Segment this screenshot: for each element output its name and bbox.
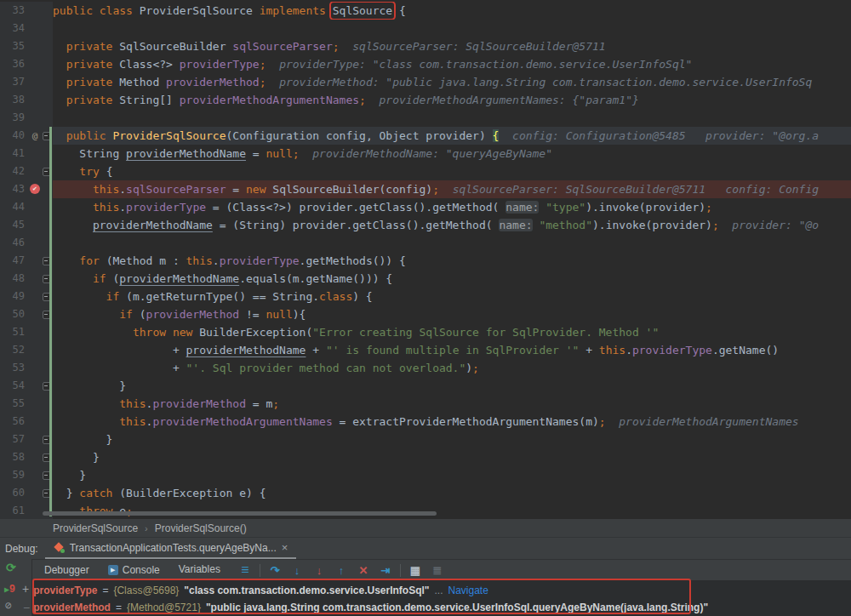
variable-row[interactable]: ▶∞providerMethod={Method@5721}"public ja…: [0, 599, 851, 616]
drop-frame-icon[interactable]: ✕: [356, 564, 371, 577]
code-text: providerMethodName = (String) provider.g…: [53, 216, 851, 234]
line-number[interactable]: 41: [0, 145, 29, 163]
line-number[interactable]: 45: [0, 216, 29, 234]
ide-window: 33public class ProviderSqlSource impleme…: [0, 0, 851, 616]
variable-type-ref: {Class@5698}: [113, 585, 179, 596]
line-number[interactable]: 50: [0, 305, 29, 323]
debug-session-tab[interactable]: TransactionApplicationTests.queryAgeByNa…: [45, 538, 297, 559]
breakpoint-icon[interactable]: ✔: [30, 184, 40, 194]
fold-marker: [41, 2, 53, 20]
line-number[interactable]: 43: [0, 180, 29, 198]
gutter-slot: [29, 359, 41, 377]
gutter-slot: [29, 502, 41, 519]
line-number[interactable]: 44: [0, 198, 29, 216]
inline-debugger-hint: config: Configuration@5485 provider: "@o…: [499, 129, 819, 142]
console-icon: ▶: [108, 565, 118, 575]
step-out-icon[interactable]: ↑: [334, 564, 349, 577]
equals-sign: =: [116, 602, 122, 613]
line-number[interactable]: 55: [0, 395, 29, 413]
resume-program-icon[interactable]: ▶9: [4, 581, 15, 596]
force-step-into-icon[interactable]: ↓: [311, 564, 327, 577]
code-line: 49 if (m.getReturnType() == String.class…: [0, 288, 851, 305]
line-number[interactable]: 53: [0, 359, 29, 377]
code-text: String providerMethodName = null; provid…: [53, 145, 851, 163]
gutter-slot: [29, 377, 41, 395]
code-text: try {: [53, 163, 851, 180]
gutter-slot: [29, 198, 41, 216]
code-text: }: [53, 377, 851, 395]
truncation-ellipsis: ...: [435, 585, 443, 596]
code-text: + "'. Sql provider method can not overlo…: [53, 359, 851, 377]
code-line: 43✔ this.sqlSourceParser = new SqlSource…: [0, 180, 851, 198]
run-configuration-icon: [54, 542, 65, 553]
evaluate-expression-icon[interactable]: ▦: [408, 564, 423, 577]
line-number[interactable]: 60: [0, 484, 29, 502]
line-number[interactable]: 56: [0, 413, 29, 431]
line-number[interactable]: 39: [0, 109, 29, 127]
navigate-link[interactable]: Navigate: [448, 585, 488, 596]
remove-watch-icon[interactable]: −: [23, 602, 30, 613]
gutter-slot: [29, 270, 41, 288]
line-number[interactable]: 42: [0, 163, 29, 180]
fold-marker: [41, 20, 53, 37]
step-into-icon[interactable]: ↓: [289, 564, 305, 577]
code-line: 33public class ProviderSqlSource impleme…: [0, 2, 851, 20]
code-text: + providerMethodName + "' is found multi…: [53, 341, 851, 359]
run-to-cursor-icon[interactable]: ⇥: [378, 564, 393, 577]
code-text: }: [53, 431, 851, 448]
resume-badge: 9: [9, 583, 15, 595]
line-number[interactable]: 38: [0, 91, 29, 109]
gutter-slot: [29, 484, 41, 502]
line-number[interactable]: 49: [0, 288, 29, 305]
inline-debugger-hint: providerType: "class com.transaction.dem…: [266, 58, 692, 71]
fold-marker: [41, 73, 53, 91]
breadcrumb-separator-icon: ›: [145, 523, 148, 533]
breadcrumb-class[interactable]: ProviderSqlSource: [53, 522, 138, 534]
code-line: 61 throw e;: [0, 502, 851, 519]
layout-menu-icon[interactable]: ≡: [237, 562, 253, 578]
annotation-icon: @: [29, 127, 41, 145]
layout-settings-icon[interactable]: ≣: [430, 564, 445, 577]
close-icon[interactable]: ×: [282, 541, 288, 554]
code-text: this.sqlSourceParser = new SqlSourceBuil…: [53, 180, 851, 198]
line-number[interactable]: 37: [0, 73, 29, 91]
code-text: throw new BuilderException("Error creati…: [53, 323, 851, 341]
line-number[interactable]: 33: [0, 2, 29, 20]
tab-debugger[interactable]: Debugger: [39, 560, 94, 581]
variable-type-ref: {Method@5721}: [127, 602, 201, 613]
variable-row[interactable]: ▶∞providerType={Class@5698}"class com.tr…: [0, 582, 851, 599]
add-watch-icon[interactable]: +: [22, 583, 29, 595]
line-number[interactable]: 40: [0, 127, 29, 145]
line-number[interactable]: 51: [0, 323, 29, 341]
gutter-slot: [29, 341, 41, 359]
line-number[interactable]: 36: [0, 55, 29, 73]
line-number[interactable]: 48: [0, 270, 29, 288]
step-over-icon[interactable]: ↷: [267, 564, 283, 577]
gutter-slot: [29, 216, 41, 234]
variables-panel[interactable]: ▶∞providerType={Class@5698}"class com.tr…: [0, 580, 851, 616]
code-editor[interactable]: 33public class ProviderSqlSource impleme…: [0, 0, 851, 519]
line-number[interactable]: 58: [0, 448, 29, 466]
breadcrumb-method[interactable]: ProviderSqlSource(): [155, 522, 247, 534]
code-text: throw e;: [53, 502, 851, 519]
line-number[interactable]: 59: [0, 466, 29, 484]
code-text: [53, 234, 851, 252]
line-number[interactable]: 46: [0, 234, 29, 252]
horizontal-scrollbar[interactable]: [43, 511, 437, 516]
gutter-slot: [29, 288, 41, 305]
rerun-icon[interactable]: ⟳: [6, 561, 16, 574]
tab-console[interactable]: ▶ Console: [103, 560, 165, 581]
gutter-slot: ✔: [29, 180, 41, 198]
line-number[interactable]: 52: [0, 341, 29, 359]
line-number[interactable]: 47: [0, 252, 29, 270]
mute-breakpoints-icon[interactable]: ⊘: [5, 599, 12, 613]
line-number[interactable]: 54: [0, 377, 29, 395]
code-text: this.providerMethodArgumentNames = extra…: [53, 413, 851, 431]
line-number[interactable]: 35: [0, 37, 29, 55]
line-number[interactable]: 61: [0, 502, 29, 519]
line-number[interactable]: 57: [0, 431, 29, 448]
line-number[interactable]: 34: [0, 20, 29, 37]
gutter-slot: [29, 73, 41, 91]
separator: [400, 564, 401, 577]
tab-variables[interactable]: Variables: [174, 560, 226, 581]
